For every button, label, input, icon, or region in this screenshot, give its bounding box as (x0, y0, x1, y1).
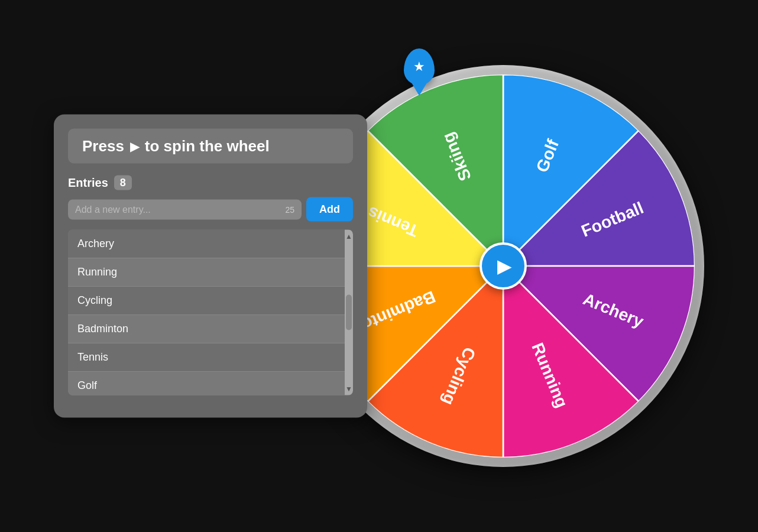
entries-section: Entries 8 25 Add ArcheryRunningCyclingBa… (68, 176, 353, 395)
entries-list[interactable]: ArcheryRunningCyclingBadmintonTennisGolf (68, 230, 353, 395)
entries-count-badge: 8 (114, 176, 132, 190)
spin-wheel-button[interactable]: Press ▶ to spin the wheel (68, 129, 353, 164)
pointer-pin: ★ (404, 48, 435, 85)
entries-list-wrapper: ArcheryRunningCyclingBadmintonTennisGolf… (68, 230, 353, 395)
spin-center-button[interactable]: ▶ (480, 242, 527, 290)
char-count: 25 (285, 205, 294, 214)
scroll-up-arrow[interactable]: ▲ (345, 232, 352, 241)
entry-input[interactable] (75, 204, 280, 215)
wheel-svg-wrapper: GolfFootballArcheryRunningCyclingBadmint… (312, 74, 695, 458)
add-entry-row: 25 Add (68, 197, 353, 222)
list-item[interactable]: Tennis (68, 343, 353, 372)
scroll-down-arrow[interactable]: ▼ (345, 385, 352, 393)
play-icon: ▶ (497, 255, 512, 277)
spin-button-text: Press ▶ to spin the wheel (82, 137, 270, 155)
add-entry-button[interactable]: Add (306, 197, 353, 222)
list-item[interactable]: Golf (68, 372, 353, 395)
list-item[interactable]: Cycling (68, 287, 353, 315)
list-item[interactable]: Badminton (68, 315, 353, 343)
scrollbar[interactable]: ▲ ▼ (345, 230, 353, 395)
main-container: Press ▶ to spin the wheel Entries 8 25 A… (54, 35, 704, 497)
left-panel: Press ▶ to spin the wheel Entries 8 25 A… (54, 115, 367, 418)
star-icon: ★ (413, 59, 425, 74)
list-item[interactable]: Running (68, 258, 353, 287)
pointer: ★ (404, 48, 435, 85)
entries-label-row: Entries 8 (68, 176, 353, 190)
scroll-thumb[interactable] (346, 295, 352, 330)
entries-title: Entries (68, 176, 108, 190)
list-item[interactable]: Archery (68, 230, 353, 258)
entry-input-wrapper: 25 (68, 199, 302, 219)
